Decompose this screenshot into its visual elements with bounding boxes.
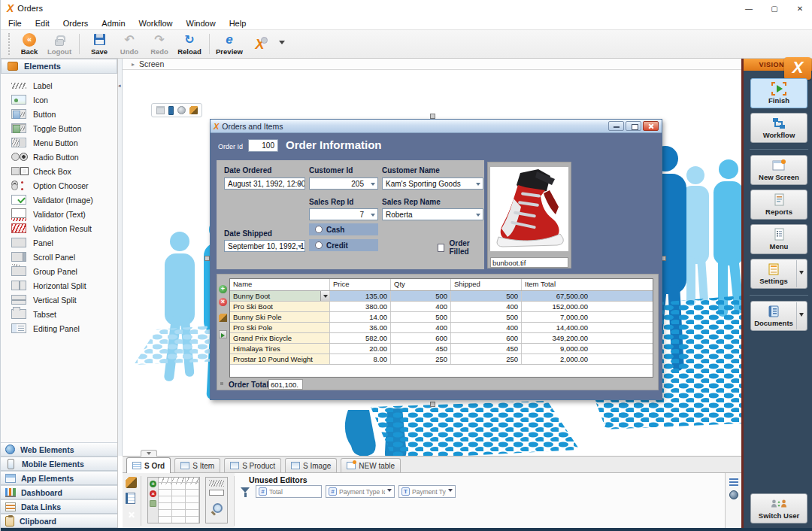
chevron-down-icon[interactable]: [448, 489, 453, 494]
edit-row-icon[interactable]: [219, 314, 227, 322]
palette-item-tabset[interactable]: Tabset: [1, 307, 117, 321]
chevron-down-icon[interactable]: [387, 489, 392, 494]
palette-item-panel[interactable]: Panel: [1, 235, 117, 250]
col-name[interactable]: Name: [230, 279, 330, 290]
menu-help[interactable]: Help: [229, 19, 247, 28]
add-icon[interactable]: +: [150, 481, 156, 487]
dialog-close-button[interactable]: [643, 121, 659, 131]
palette-item-menu-button[interactable]: Menu Button: [1, 135, 117, 150]
window-maximize-button[interactable]: ▢: [762, 0, 787, 17]
edit-pencil-icon[interactable]: [126, 477, 137, 488]
palette-item-button[interactable]: Button: [1, 107, 117, 121]
cell-shipped[interactable]: 500: [451, 312, 522, 322]
menu-file[interactable]: File: [8, 19, 22, 28]
save-button[interactable]: Save: [84, 30, 114, 58]
palette-item-validation-result[interactable]: Validation Result: [1, 221, 117, 235]
table-row[interactable]: Prostar 10 Pound Weight 8.00 250 250 2,0…: [230, 354, 653, 365]
customer-name-select[interactable]: Kam's Sporting Goods: [382, 178, 483, 190]
palette-header[interactable]: Elements: [1, 59, 117, 74]
tab-s-item[interactable]: S Item: [174, 458, 220, 472]
cell-item-total[interactable]: 14,400.00: [522, 323, 653, 332]
cell-qty[interactable]: 500: [391, 291, 451, 301]
table-row[interactable]: Himalaya Tires 20.00 450 450 9,000.00: [230, 344, 653, 354]
reports-button[interactable]: Reports: [750, 190, 807, 220]
col-shipped[interactable]: Shipped: [451, 279, 522, 290]
reload-button[interactable]: ↻ Reload: [174, 30, 205, 58]
cell-name[interactable]: Bunny Boot: [230, 291, 330, 301]
sidebar-section-data-links[interactable]: Data Links: [1, 499, 117, 514]
cell-shipped[interactable]: 400: [451, 302, 522, 311]
tab-s-ord[interactable]: S Ord: [126, 457, 171, 473]
settings-button[interactable]: Settings: [750, 259, 807, 289]
switch-user-button[interactable]: Switch User: [750, 493, 807, 523]
cell-item-total[interactable]: 9,000.00: [522, 344, 653, 353]
col-qty[interactable]: Qty: [391, 279, 451, 290]
cell-price[interactable]: 20.00: [330, 344, 391, 353]
field-layout-thumbnail[interactable]: [205, 477, 228, 523]
menu-edit[interactable]: Edit: [35, 19, 50, 28]
cell-price[interactable]: 14.00: [330, 312, 391, 322]
back-button[interactable]: « Back: [14, 30, 44, 58]
selection-handle-top[interactable]: [430, 114, 435, 119]
logout-button[interactable]: Logout: [44, 30, 74, 58]
palette-item-toggle-button[interactable]: Toggle Button: [1, 121, 117, 135]
undo-button[interactable]: ↶ Undo: [114, 30, 144, 58]
menu-admin[interactable]: Admin: [102, 19, 125, 28]
cell-name[interactable]: Pro Ski Boot: [230, 302, 330, 311]
selection-handle-bottom[interactable]: [430, 402, 435, 407]
tab-s-product[interactable]: S Product: [224, 458, 281, 472]
cell-shipped[interactable]: 600: [451, 333, 522, 343]
cell-price[interactable]: 135.00: [330, 291, 391, 301]
cell-qty[interactable]: 400: [391, 323, 451, 332]
cell-shipped[interactable]: 250: [451, 354, 522, 364]
new-screen-button[interactable]: New Screen: [750, 155, 807, 185]
table-layout-thumbnail[interactable]: + ×: [147, 477, 200, 523]
add-row-icon[interactable]: +: [219, 285, 227, 293]
col-item-total[interactable]: Item Total: [522, 279, 653, 290]
table-row-selected[interactable]: Bunny Boot 135.00 500 500 67,500.00: [230, 291, 653, 302]
payment-cash-option[interactable]: Cash: [309, 223, 378, 235]
dialog-minimize-button[interactable]: [608, 121, 624, 131]
preview-button[interactable]: e Preview: [214, 30, 244, 58]
cell-shipped[interactable]: 450: [451, 344, 522, 353]
panel-collapse-button[interactable]: [141, 450, 157, 457]
palette-item-radio-button[interactable]: Radio Button: [1, 150, 117, 164]
cell-price[interactable]: 36.00: [330, 323, 391, 332]
menu-screen-button[interactable]: Menu: [750, 224, 807, 254]
cell-name[interactable]: Pro Ski Pole: [230, 323, 330, 332]
table-row[interactable]: Bunny Ski Pole 14.00 500 500 7,000.00: [230, 312, 653, 323]
grid-view-icon[interactable]: [729, 478, 738, 486]
palette-item-validator-image[interactable]: Validator (Image): [1, 193, 117, 207]
documents-button[interactable]: Documents: [750, 301, 807, 331]
window-minimize-button[interactable]: —: [736, 0, 762, 17]
screen-arrow-icon[interactable]: ▸: [132, 61, 135, 68]
cell-name[interactable]: Prostar 10 Pound Weight: [230, 354, 330, 364]
cell-qty[interactable]: 250: [391, 354, 451, 364]
dialog-title-bar[interactable]: X Orders and Items: [211, 120, 662, 133]
menu-orders[interactable]: Orders: [63, 19, 89, 28]
palette-item-option-chooser[interactable]: Option Chooser: [1, 178, 117, 193]
splitter-collapse-icon[interactable]: ◂: [118, 83, 121, 88]
cell-name[interactable]: Himalaya Tires: [230, 344, 330, 353]
menu-workflow[interactable]: Workflow: [139, 19, 173, 28]
cell-name[interactable]: Grand Prix Bicycle: [230, 333, 330, 343]
cell-item-total[interactable]: 67,500.00: [522, 291, 653, 301]
palette-item-editing-panel[interactable]: Editing Panel: [1, 321, 117, 335]
credit-radio[interactable]: [315, 241, 323, 249]
palette-item-validator-text[interactable]: Validator (Text): [1, 207, 117, 221]
cell-name[interactable]: Bunny Ski Pole: [230, 312, 330, 322]
edit-icon[interactable]: [189, 106, 198, 114]
sidebar-section-app-elements[interactable]: App Elements: [1, 471, 117, 485]
editor-chip-payment-type-id[interactable]: # Payment Type Id: [326, 485, 395, 498]
sidebar-section-clipboard[interactable]: Clipboard: [1, 514, 117, 528]
cell-price[interactable]: 380.00: [330, 302, 391, 311]
palette-item-icon[interactable]: Icon: [1, 93, 117, 107]
tab-new-table[interactable]: NEW table: [341, 458, 401, 472]
palette-item-label[interactable]: Label: [1, 78, 117, 93]
palette-item-check-box[interactable]: Check Box: [1, 164, 117, 178]
cell-item-total[interactable]: 152,000.00: [522, 302, 653, 311]
palette-item-horizontal-split[interactable]: Horizontal Split: [1, 278, 117, 293]
redo-button[interactable]: ↷ Redo: [144, 30, 174, 58]
cell-qty[interactable]: 450: [391, 344, 451, 353]
sidebar-section-mobile-elements[interactable]: Mobile Elements: [1, 457, 117, 471]
